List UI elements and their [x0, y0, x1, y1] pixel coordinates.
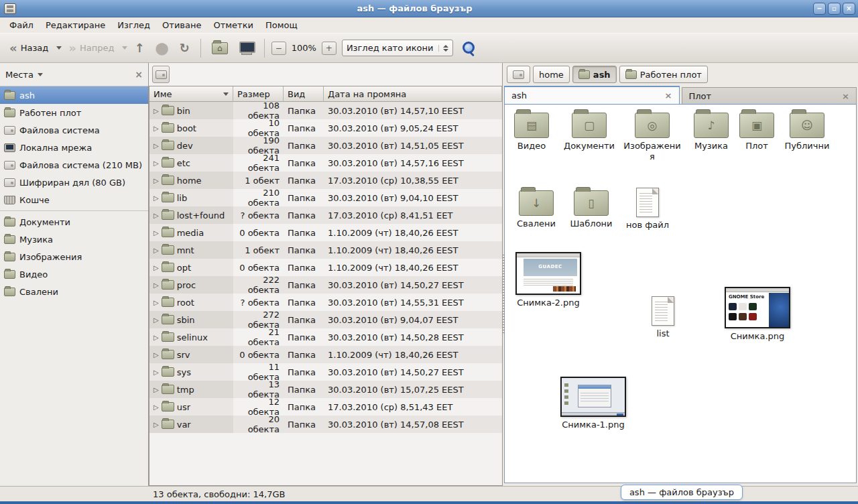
- expander-icon[interactable]: ▷: [154, 386, 159, 393]
- table-row[interactable]: ▷var20 обектаПапка30.03.2010 (вт) 14,57,…: [149, 416, 502, 433]
- table-row[interactable]: ▷bin108 обектаПапка30.03.2010 (вт) 14,57…: [149, 102, 502, 119]
- column-header-Вид[interactable]: Вид: [284, 86, 324, 102]
- minimize-button[interactable]: ‒: [813, 3, 826, 15]
- table-row[interactable]: ▷media0 обектаПапка1.10.2009 (чт) 18,40,…: [149, 224, 502, 241]
- reload-button[interactable]: ↻: [176, 40, 194, 57]
- stop-button[interactable]: ⬤: [151, 40, 172, 57]
- sidebar-item-Свалени[interactable]: Свалени: [0, 283, 148, 300]
- table-row[interactable]: ▷srv0 обектаПапка1.10.2009 (чт) 18,40,26…: [149, 346, 502, 363]
- sidebar-title[interactable]: Места: [5, 70, 34, 80]
- expander-icon[interactable]: ▷: [154, 142, 159, 149]
- table-row[interactable]: ▷tmp13 обектаПапка30.03.2010 (вт) 15,07,…: [149, 381, 502, 398]
- file-item-Видео[interactable]: ▤Видео: [505, 113, 558, 151]
- menu-item-Файл[interactable]: Файл: [4, 19, 39, 32]
- table-row[interactable]: ▷opt0 обектаПапка1.10.2009 (чт) 18,40,26…: [149, 259, 502, 276]
- forward-history-chevron-icon[interactable]: [122, 46, 127, 50]
- expander-icon[interactable]: ▷: [154, 194, 159, 202]
- back-history-chevron-icon[interactable]: [56, 46, 62, 50]
- column-header-Размер[interactable]: Размер: [233, 86, 284, 102]
- file-item-Плот[interactable]: ▣Плот: [730, 113, 784, 151]
- file-item-Свалени[interactable]: ↓Свалени: [509, 190, 563, 229]
- table-row[interactable]: ▷sys11 обектаПапка30.03.2010 (вт) 14,50,…: [149, 363, 502, 381]
- table-row[interactable]: ▷lost+found? обектаПапка17.03.2010 (ср) …: [149, 206, 502, 224]
- close-button[interactable]: ×: [843, 3, 855, 15]
- file-item-Снимка.png[interactable]: GNOME StoreСнимка.png: [720, 287, 795, 342]
- sidebar-item-ash[interactable]: ash: [0, 86, 148, 104]
- path-button-root[interactable]: [507, 66, 530, 83]
- path-button-ash[interactable]: ash: [572, 66, 617, 83]
- expander-icon[interactable]: ▷: [154, 247, 159, 254]
- menu-item-Помощ[interactable]: Помощ: [260, 19, 303, 32]
- menu-item-Отиване[interactable]: Отиване: [157, 19, 206, 32]
- titlebar[interactable]: ash — файлов браузър ‒ ▫ ×: [0, 0, 858, 17]
- menu-item-Редактиране[interactable]: Редактиране: [40, 19, 111, 32]
- zoom-out-button[interactable]: −: [271, 42, 286, 55]
- computer-button[interactable]: [235, 39, 257, 58]
- zoom-in-button[interactable]: +: [322, 42, 336, 55]
- expander-icon[interactable]: ▷: [154, 299, 159, 306]
- table-row[interactable]: ▷home1 обектПапка17.03.2010 (ср) 10,38,5…: [149, 172, 502, 189]
- menu-item-Изглед[interactable]: Изглед: [112, 19, 156, 32]
- file-item-Снимка-1.png[interactable]: Снимка-1.png: [558, 377, 628, 430]
- table-row[interactable]: ▷proc222 обектаПапка30.03.2010 (вт) 14,5…: [149, 276, 502, 294]
- forward-button[interactable]: » Напред: [64, 40, 118, 57]
- expander-icon[interactable]: ▷: [154, 421, 159, 428]
- table-row[interactable]: ▷lib210 обектаПапка30.03.2010 (вт) 9,04,…: [149, 189, 502, 206]
- expander-icon[interactable]: ▷: [154, 403, 159, 411]
- file-item-Снимка-2.png[interactable]: GUADECСнимка-2.png: [513, 252, 583, 308]
- sidebar-item-Файлова система (210 MB)[interactable]: Файлова система (210 MB): [0, 156, 148, 174]
- sidebar-item-Работен плот[interactable]: Работен плот: [0, 104, 148, 121]
- expander-icon[interactable]: ▷: [154, 334, 159, 341]
- tab-Плот[interactable]: Плот×: [682, 87, 857, 104]
- expander-icon[interactable]: ▷: [154, 264, 159, 271]
- table-row[interactable]: ▷selinux21 обектаПапка30.03.2010 (вт) 14…: [149, 328, 502, 346]
- expander-icon[interactable]: ▷: [154, 212, 159, 219]
- view-mode-select[interactable]: Изглед като икони: [342, 40, 454, 56]
- file-item-нов файл[interactable]: нов файл: [621, 188, 674, 231]
- tab-ash[interactable]: ash×: [504, 86, 680, 104]
- up-button[interactable]: ↑: [130, 40, 148, 57]
- path-button-home[interactable]: home: [533, 66, 570, 83]
- sidebar-title-chevron-icon[interactable]: [38, 73, 43, 76]
- tab-close-icon[interactable]: ×: [842, 91, 849, 101]
- expander-icon[interactable]: ▷: [154, 351, 159, 359]
- maximize-button[interactable]: ▫: [828, 3, 841, 15]
- expander-icon[interactable]: ▷: [154, 369, 159, 376]
- sidebar-item-Файлова система[interactable]: Файлова система: [0, 121, 148, 139]
- table-row[interactable]: ▷sbin272 обектаПапка30.03.2010 (вт) 9,04…: [149, 311, 502, 328]
- file-item-Шаблони[interactable]: ▯Шаблони: [564, 190, 618, 229]
- sidebar-item-Изображения[interactable]: Изображения: [0, 248, 148, 265]
- file-item-Публични[interactable]: ☺Публични: [779, 113, 835, 151]
- sidebar-item-Видео[interactable]: Видео: [0, 265, 148, 283]
- table-row[interactable]: ▷mnt1 обектПапка1.10.2009 (чт) 18,40,26 …: [149, 241, 502, 259]
- sidebar-close-icon[interactable]: ×: [135, 69, 143, 80]
- sidebar-item-Кошче[interactable]: Кошче: [0, 191, 148, 208]
- table-row[interactable]: ▷dev190 обектаПапка30.03.2010 (вт) 14,51…: [149, 137, 502, 154]
- column-header-Име[interactable]: Име: [149, 86, 233, 102]
- expander-icon[interactable]: ▷: [154, 229, 159, 237]
- expander-icon[interactable]: ▷: [154, 107, 159, 115]
- menu-item-Отметки[interactable]: Отметки: [208, 19, 258, 32]
- sidebar-item-Документи[interactable]: Документи: [0, 213, 148, 231]
- table-row[interactable]: ▷root? обектаПапка30.03.2010 (вт) 14,55,…: [149, 294, 502, 311]
- search-icon[interactable]: [461, 41, 476, 56]
- table-row[interactable]: ▷boot10 обектаПапка30.03.2010 (вт) 9,05,…: [149, 119, 502, 137]
- sidebar-item-Музика[interactable]: Музика: [0, 231, 148, 248]
- expander-icon[interactable]: ▷: [154, 177, 159, 184]
- expander-icon[interactable]: ▷: [154, 316, 159, 324]
- expander-icon[interactable]: ▷: [154, 281, 159, 289]
- back-button[interactable]: « Назад: [5, 40, 52, 57]
- expander-icon[interactable]: ▷: [154, 125, 159, 132]
- file-item-Документи[interactable]: ▢Документи: [561, 113, 617, 151]
- file-item-list[interactable]: list: [643, 296, 683, 339]
- home-button[interactable]: [208, 40, 232, 57]
- file-item-Изображения[interactable]: ◎Изображения: [621, 113, 683, 163]
- table-row[interactable]: ▷usr12 обектаПапка17.03.2010 (ср) 8,51,4…: [149, 398, 502, 416]
- icon-view[interactable]: ▤Видео▢Документи◎Изображения♪Музика▣Плот…: [504, 104, 857, 483]
- table-row[interactable]: ▷etc241 обектаПапка30.03.2010 (вт) 14,57…: [149, 154, 502, 172]
- sidebar-item-Локална мрежа[interactable]: Локална мрежа: [0, 139, 148, 156]
- root-location-button[interactable]: [152, 66, 170, 83]
- expander-icon[interactable]: ▷: [154, 160, 159, 167]
- sidebar-item-Шифриран дял (80 GB)[interactable]: Шифриран дял (80 GB): [0, 174, 148, 191]
- tab-close-icon[interactable]: ×: [665, 90, 672, 101]
